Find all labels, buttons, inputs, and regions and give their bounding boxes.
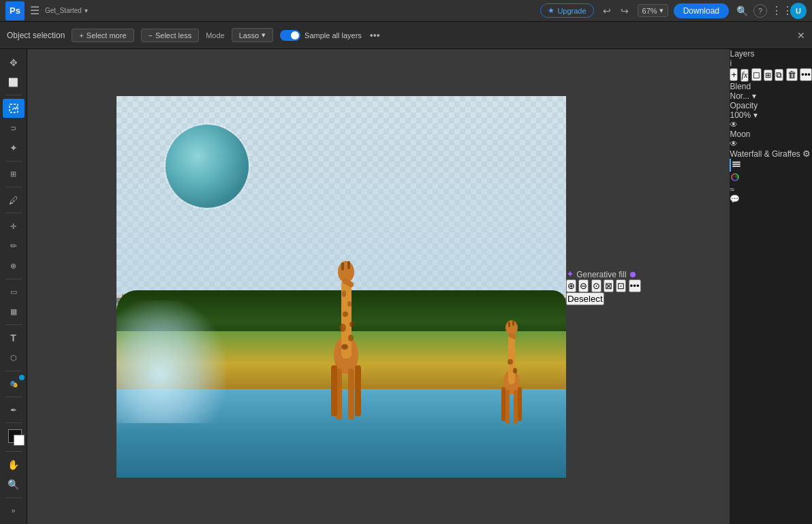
layer-fx-button[interactable]: fx [740,69,749,82]
svg-point-36 [733,177,737,181]
upgrade-label: Upgrade [557,7,586,15]
select-subject-button[interactable]: ⊡ [616,279,626,292]
svg-point-28 [507,359,513,365]
svg-rect-26 [501,387,505,421]
tool-zoom[interactable]: 🔍 [3,476,25,494]
more-options-button[interactable]: ••• [370,30,380,41]
adjustment-layer-button[interactable]: ⊞ [764,70,772,81]
tool-stamp[interactable]: ⊕ [3,257,25,275]
canvas-area[interactable]: ✦ Generative fill ⊕ ⊖ ⊙ ⊠ ⊡ ••• Deselect [27,49,730,524]
add-selection-button[interactable]: ⊕ [566,279,576,292]
mode-label: Mode [206,31,225,40]
tool-artboard[interactable]: ⬜ [3,73,25,91]
selection-outline [164,123,250,209]
undo-redo-group: ↩ ↪ [599,4,632,18]
filename-chevron: ▾ [84,7,88,14]
close-optionsbar-button[interactable]: ✕ [797,30,805,41]
adjustments-panel-icon[interactable]: ≈ [730,185,812,194]
svg-rect-31 [732,164,740,165]
tool-eyedropper[interactable]: 🖊 [3,191,25,209]
more-ft-options-button[interactable]: ••• [629,279,641,292]
channels-panel-icon[interactable] [730,172,812,185]
zoom-indicator[interactable]: 67% ▾ [638,4,668,17]
blend-mode-dropdown[interactable]: Nor... ▾ [730,91,812,101]
svg-rect-30 [732,161,740,163]
upgrade-button[interactable]: ★ Upgrade [540,3,593,18]
svg-rect-6 [347,261,350,269]
tool-eraser[interactable]: ▭ [3,283,25,301]
svg-point-29 [513,368,517,373]
more-tools-button[interactable]: » [3,502,25,520]
select-more-button[interactable]: + Select more [72,29,134,42]
svg-rect-8 [348,369,354,420]
canvas-background [116,96,566,478]
moon-visibility-icon[interactable]: 👁 [730,120,738,129]
tool-crop[interactable]: ⊞ [3,165,25,183]
tool-text[interactable]: T [3,328,25,347]
tool-shape[interactable]: ⬡ [3,349,25,367]
toolbar-divider-8 [5,397,22,397]
tool-neural[interactable]: 🎭 [3,375,25,393]
tool-quick-select[interactable]: ⊃ [3,119,25,138]
download-button[interactable]: Download [674,3,729,18]
canvas-image[interactable] [116,96,566,478]
redo-button[interactable]: ↪ [617,4,632,18]
giraffe-large-svg [321,226,372,427]
layers-icon [731,159,742,170]
waterfall-layer-name: Waterfall & Giraffes [730,149,800,159]
opacity-label: Opacity [730,101,758,110]
intersect-selection-button[interactable]: ⊙ [591,279,602,292]
layers-info-icon[interactable]: i [730,59,812,68]
topbar-icons-group: 🔍 ? ⋮⋮ U [734,3,807,19]
svg-point-14 [349,322,355,327]
comments-panel-icon[interactable]: 💬 [730,194,812,204]
sparkle-icon: ✦ [566,268,574,279]
purple-dot-icon [630,272,636,277]
subtract-selection-button[interactable]: ⊖ [578,279,589,292]
undo-button[interactable]: ↩ [599,4,614,18]
lasso-dropdown[interactable]: Lasso ▾ [232,28,273,42]
select-less-button[interactable]: − Select less [141,29,200,42]
delete-layer-button[interactable]: 🗑 [786,68,798,81]
tool-brush[interactable]: ✏ [3,237,25,256]
moon-object[interactable] [166,125,249,208]
layer-filter-icon[interactable]: ⚙ [802,149,811,159]
tool-object-select[interactable] [3,99,25,117]
svg-point-15 [342,290,346,297]
transform-selection-button[interactable]: ⊠ [604,279,614,292]
apps-icon[interactable]: ⋮⋮ [771,4,786,17]
giraffe-small-svg [495,297,529,427]
tool-pen[interactable]: ✒ [3,401,25,419]
tool-healing[interactable]: ✛ [3,217,25,235]
tool-hand[interactable]: ✋ [3,455,25,474]
tool-gradient[interactable]: ▦ [3,303,25,321]
toolbar-divider-2 [5,161,22,161]
blend-mode-value: Nor... [730,91,749,101]
add-layer-button[interactable]: + [730,68,738,81]
sample-layers-label: Sample all layers [304,31,362,40]
layer-item-waterfall-giraffes[interactable]: 👁 Waterfall & Giraffes ⚙ [730,139,812,159]
waterfall-visibility-icon[interactable]: 👁 [730,139,738,149]
sample-layers-toggle[interactable] [280,30,300,41]
svg-rect-27 [518,387,522,421]
background-swatch[interactable] [14,435,25,446]
user-avatar[interactable]: U [790,3,807,19]
right-side-panel: Layers i + fx ◻ ⊞ ⧉ 🗑 ••• Blend Nor... ▾ [730,49,812,524]
minus-icon: − [149,31,153,40]
group-layers-button[interactable]: ⧉ [775,69,783,81]
opacity-input[interactable]: 100% ▾ [730,110,812,120]
filename-display[interactable]: Get_Started ▾ [45,7,88,14]
deselect-button[interactable]: Deselect [566,292,604,305]
more-layers-options[interactable]: ••• [800,68,812,81]
tool-move[interactable]: ✥ [3,53,25,72]
foreground-background-swatches[interactable] [3,427,25,448]
hamburger-menu[interactable]: ☰ [30,4,40,17]
layer-item-moon[interactable]: 👁 Moon [730,120,812,139]
search-icon[interactable]: 🔍 [734,5,749,16]
filename-text: Get_Started [45,7,82,14]
layers-panel-icon[interactable] [730,159,812,172]
tool-magic-wand[interactable]: ✦ [3,139,25,157]
layer-mask-button[interactable]: ◻ [751,68,762,81]
help-icon[interactable]: ? [753,4,767,18]
svg-point-11 [339,324,346,332]
